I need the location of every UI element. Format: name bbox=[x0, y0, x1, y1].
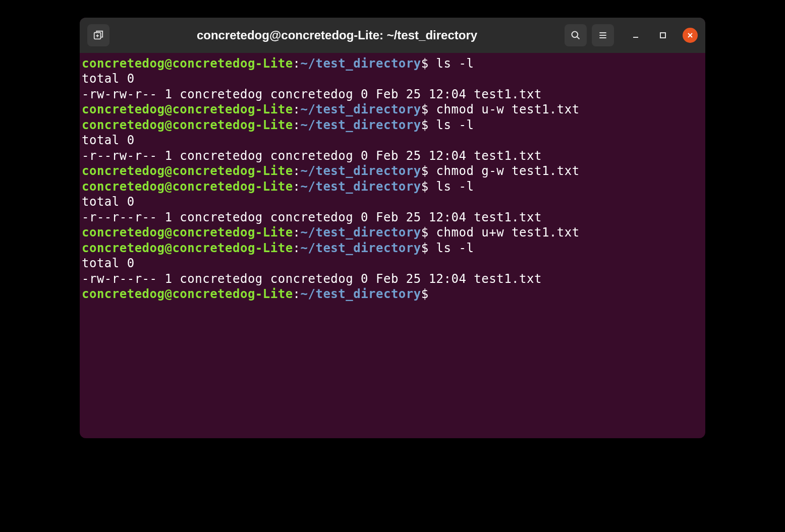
terminal-line: total 0 bbox=[82, 71, 703, 86]
search-button[interactable] bbox=[565, 24, 587, 46]
svg-line-4 bbox=[577, 37, 580, 39]
prompt-dollar: $ bbox=[421, 56, 429, 71]
output-text: total 0 bbox=[82, 195, 135, 209]
terminal-line: concretedog@concretedog-Lite:~/test_dire… bbox=[82, 179, 703, 194]
terminal-line: concretedog@concretedog-Lite:~/test_dire… bbox=[82, 56, 703, 71]
prompt-user-host: concretedog@concretedog-Lite bbox=[82, 225, 293, 240]
prompt-dollar: $ bbox=[421, 180, 429, 194]
maximize-icon bbox=[659, 32, 666, 39]
terminal-window: concretedog@concretedog-Lite: ~/test_dir… bbox=[80, 18, 705, 438]
prompt-user-host: concretedog@concretedog-Lite bbox=[82, 164, 293, 178]
command-text: ls -l bbox=[429, 180, 474, 194]
prompt-user-host: concretedog@concretedog-Lite bbox=[82, 241, 293, 255]
command-text: chmod u-w test1.txt bbox=[429, 102, 580, 116]
terminal-line: concretedog@concretedog-Lite:~/test_dire… bbox=[82, 241, 703, 256]
prompt-user-host: concretedog@concretedog-Lite bbox=[82, 102, 293, 116]
window-controls bbox=[628, 28, 698, 43]
prompt-colon: : bbox=[293, 164, 301, 178]
prompt-user-host: concretedog@concretedog-Lite bbox=[82, 287, 293, 301]
prompt-colon: : bbox=[293, 118, 301, 132]
terminal-line: concretedog@concretedog-Lite:~/test_dire… bbox=[82, 117, 703, 133]
prompt-user-host: concretedog@concretedog-Lite bbox=[82, 180, 293, 194]
minimize-icon bbox=[632, 32, 639, 39]
prompt-path: ~/test_directory bbox=[301, 118, 421, 132]
prompt-dollar: $ bbox=[421, 118, 429, 132]
prompt-dollar: $ bbox=[421, 241, 429, 255]
terminal-line: concretedog@concretedog-Lite:~/test_dire… bbox=[82, 286, 703, 302]
prompt-colon: : bbox=[293, 241, 301, 255]
prompt-colon: : bbox=[293, 56, 301, 71]
prompt-dollar: $ bbox=[421, 102, 429, 116]
prompt-path: ~/test_directory bbox=[301, 225, 421, 240]
prompt-path: ~/test_directory bbox=[301, 241, 421, 255]
hamburger-icon bbox=[598, 30, 608, 40]
search-icon bbox=[571, 30, 581, 40]
output-text: -r--rw-r-- 1 concretedog concretedog 0 F… bbox=[82, 149, 542, 163]
prompt-user-host: concretedog@concretedog-Lite bbox=[82, 56, 293, 71]
prompt-path: ~/test_directory bbox=[301, 102, 421, 116]
close-button[interactable] bbox=[683, 28, 698, 43]
output-text: -r--r--r-- 1 concretedog concretedog 0 F… bbox=[82, 210, 542, 224]
command-text: chmod g-w test1.txt bbox=[429, 164, 580, 178]
prompt-user-host: concretedog@concretedog-Lite bbox=[82, 118, 293, 132]
window-title: concretedog@concretedog-Lite: ~/test_dir… bbox=[115, 28, 559, 42]
prompt-dollar: $ bbox=[421, 287, 429, 301]
minimize-button[interactable] bbox=[628, 28, 643, 43]
output-text: total 0 bbox=[82, 72, 135, 86]
titlebar: concretedog@concretedog-Lite: ~/test_dir… bbox=[80, 18, 705, 53]
terminal-line: -rw-r--r-- 1 concretedog concretedog 0 F… bbox=[82, 271, 703, 286]
svg-rect-9 bbox=[660, 33, 665, 38]
svg-point-3 bbox=[572, 32, 578, 38]
command-text: ls -l bbox=[429, 241, 474, 255]
output-text: total 0 bbox=[82, 133, 135, 147]
new-tab-icon bbox=[93, 30, 104, 41]
terminal-line: -r--r--r-- 1 concretedog concretedog 0 F… bbox=[82, 210, 703, 225]
command-text: chmod u+w test1.txt bbox=[429, 225, 580, 240]
prompt-colon: : bbox=[293, 225, 301, 240]
prompt-colon: : bbox=[293, 180, 301, 194]
output-text: total 0 bbox=[82, 256, 135, 270]
terminal-line: concretedog@concretedog-Lite:~/test_dire… bbox=[82, 163, 703, 179]
prompt-colon: : bbox=[293, 102, 301, 116]
prompt-path: ~/test_directory bbox=[301, 287, 421, 301]
prompt-dollar: $ bbox=[421, 225, 429, 240]
command-text bbox=[429, 287, 436, 301]
terminal-output[interactable]: concretedog@concretedog-Lite:~/test_dire… bbox=[80, 53, 705, 438]
prompt-colon: : bbox=[293, 287, 301, 301]
maximize-button[interactable] bbox=[655, 28, 670, 43]
prompt-path: ~/test_directory bbox=[301, 56, 421, 71]
terminal-line: -rw-rw-r-- 1 concretedog concretedog 0 F… bbox=[82, 87, 703, 102]
menu-button[interactable] bbox=[592, 24, 614, 46]
terminal-line: total 0 bbox=[82, 256, 703, 271]
output-text: -rw-rw-r-- 1 concretedog concretedog 0 F… bbox=[82, 87, 542, 101]
output-text: -rw-r--r-- 1 concretedog concretedog 0 F… bbox=[82, 272, 542, 286]
new-tab-button[interactable] bbox=[87, 24, 109, 46]
terminal-line: concretedog@concretedog-Lite:~/test_dire… bbox=[82, 102, 703, 117]
close-icon bbox=[687, 32, 694, 39]
terminal-line: total 0 bbox=[82, 194, 703, 209]
prompt-dollar: $ bbox=[421, 164, 429, 178]
command-text: ls -l bbox=[429, 118, 474, 132]
terminal-line: total 0 bbox=[82, 133, 703, 148]
prompt-path: ~/test_directory bbox=[301, 180, 421, 194]
terminal-line: -r--rw-r-- 1 concretedog concretedog 0 F… bbox=[82, 148, 703, 163]
command-text: ls -l bbox=[429, 56, 474, 71]
prompt-path: ~/test_directory bbox=[301, 164, 421, 178]
terminal-line: concretedog@concretedog-Lite:~/test_dire… bbox=[82, 225, 703, 240]
